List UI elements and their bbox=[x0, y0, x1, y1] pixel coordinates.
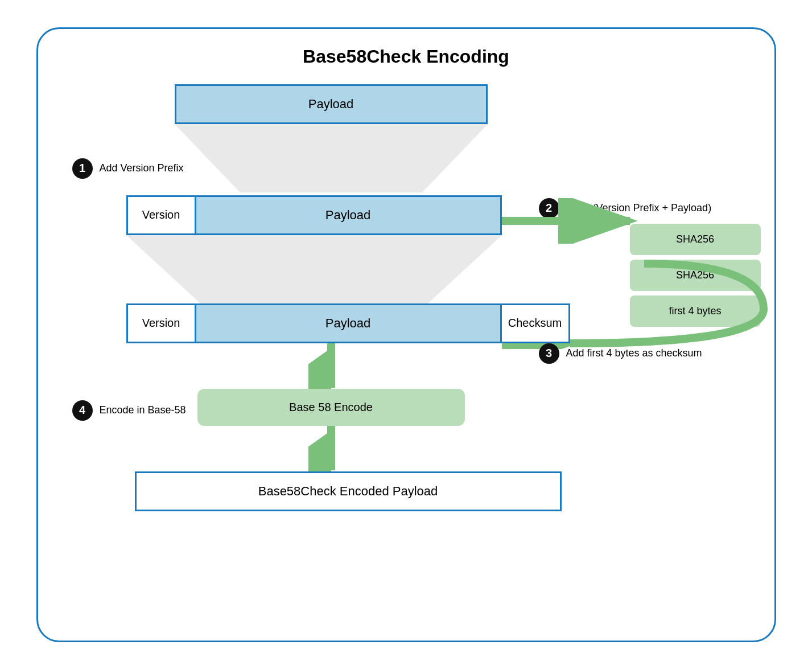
step3-label: 3 Add first 4 bytes as checksum bbox=[539, 343, 702, 364]
step4-label: 4 Encode in Base-58 bbox=[72, 400, 186, 421]
step4-circle: 4 bbox=[72, 400, 93, 421]
step1-label: 1 Add Version Prefix bbox=[72, 158, 184, 179]
outer-container: Base58Check Encoding Payload 1 Add Versi… bbox=[36, 27, 776, 642]
version-payload-row: Version Payload bbox=[126, 195, 502, 235]
svg-marker-0 bbox=[175, 124, 488, 192]
step1-circle: 1 bbox=[72, 158, 93, 179]
trapezoid-connector-2 bbox=[126, 235, 502, 303]
payload-box-mid: Payload bbox=[196, 197, 500, 233]
version-box-1: Version bbox=[128, 197, 196, 233]
arrow-to-base58 bbox=[308, 343, 354, 392]
trapezoid-connector-1 bbox=[175, 124, 488, 192]
checksum-box: Checksum bbox=[500, 305, 568, 342]
payload-top-box: Payload bbox=[175, 84, 488, 124]
base58-encode-box: Base 58 Encode bbox=[197, 389, 465, 426]
final-box: Base58Check Encoded Payload bbox=[135, 471, 562, 511]
version-payload-checksum-row: Version Payload Checksum bbox=[126, 303, 570, 343]
main-title: Base58Check Encoding bbox=[61, 46, 752, 67]
diagram: Payload 1 Add Version Prefix Version Pay… bbox=[61, 84, 752, 619]
arrow-to-final bbox=[308, 426, 354, 474]
payload-box-bot: Payload bbox=[196, 305, 500, 342]
step3-circle: 3 bbox=[539, 343, 559, 364]
svg-marker-1 bbox=[126, 235, 502, 303]
version-box-2: Version bbox=[128, 305, 196, 342]
